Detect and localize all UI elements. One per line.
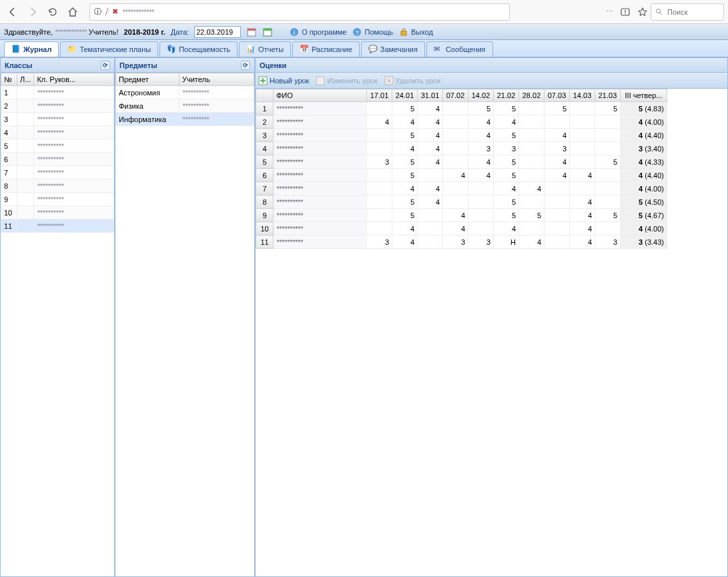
greeting: Здравствуйте, ************ Учитель! xyxy=(4,28,119,36)
url-text: ************ xyxy=(122,8,154,16)
tab-Тематические планы[interactable]: 📁Тематические планы xyxy=(60,41,158,57)
blocker-icon[interactable]: ⧸ xyxy=(105,7,108,16)
tab-Замечания[interactable]: 💬Замечания xyxy=(361,41,425,57)
tab-icon: 📅 xyxy=(300,45,309,54)
svg-point-1 xyxy=(625,13,626,15)
exit-link[interactable]: Выход xyxy=(398,27,433,37)
tab-Посещаемость[interactable]: 👣Посещаемость xyxy=(159,41,238,57)
reader-icon[interactable] xyxy=(620,7,631,17)
tracking-icon[interactable]: ✖ xyxy=(112,7,118,16)
app-header: Здравствуйте, ************ Учитель! 2018… xyxy=(0,24,728,40)
main-tabs: 📘Журнал📁Тематические планы👣Посещаемость📊… xyxy=(0,40,728,57)
tab-icon: 📊 xyxy=(246,45,256,54)
svg-rect-4 xyxy=(248,29,256,31)
tab-icon: 📁 xyxy=(67,45,77,54)
help-link[interactable]: ?Помощь xyxy=(352,27,393,37)
tab-icon: 👣 xyxy=(167,45,176,54)
tab-Расписание[interactable]: 📅Расписание xyxy=(292,41,360,57)
url-bar[interactable]: ⓘ ⧸ ✖ ************ xyxy=(89,3,510,21)
home-button[interactable] xyxy=(64,3,81,21)
browser-search-input[interactable] xyxy=(666,7,719,17)
info-icon[interactable]: ⓘ xyxy=(94,7,101,17)
more-icon[interactable]: ⋯ xyxy=(606,7,613,16)
svg-rect-11 xyxy=(401,31,406,35)
help-icon: ? xyxy=(352,27,362,37)
tab-Отчеты[interactable]: 📊Отчеты xyxy=(239,41,291,57)
today-icon[interactable] xyxy=(262,27,273,37)
tab-Журнал[interactable]: 📘Журнал xyxy=(4,41,59,57)
date-label: Дата: xyxy=(171,28,189,36)
forward-button[interactable] xyxy=(24,3,41,21)
tab-icon: ✉ xyxy=(434,45,443,54)
lock-icon xyxy=(398,27,409,37)
svg-point-2 xyxy=(657,9,661,13)
svg-text:?: ? xyxy=(356,29,359,36)
reload-button[interactable] xyxy=(44,3,61,21)
tab-Сообщения[interactable]: ✉Сообщения xyxy=(426,41,493,57)
back-button[interactable] xyxy=(4,3,21,21)
tab-icon: 📘 xyxy=(11,45,21,54)
search-icon xyxy=(655,8,663,16)
bookmark-icon[interactable] xyxy=(637,7,648,17)
date-input[interactable] xyxy=(194,26,241,38)
svg-text:i: i xyxy=(294,29,296,36)
svg-rect-6 xyxy=(264,29,272,31)
tab-icon: 💬 xyxy=(368,45,378,54)
browser-search[interactable] xyxy=(651,3,724,21)
browser-toolbar: ⓘ ⧸ ✖ ************ ⋯ xyxy=(0,0,728,24)
info-icon: i xyxy=(289,27,300,37)
about-link[interactable]: iО программе xyxy=(289,27,346,37)
calendar-icon[interactable] xyxy=(246,27,257,37)
school-year: 2018-2019 г. xyxy=(124,28,165,36)
